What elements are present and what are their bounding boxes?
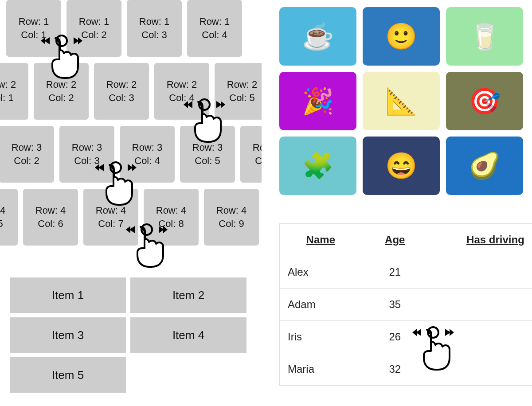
cell-row-label: Row: 4	[216, 204, 246, 217]
data-table-scroll[interactable]: Name Age Has driving Alex21NOAdam35YESIr…	[279, 223, 532, 386]
grid-cell[interactable]: Row: 3Col: 2	[0, 126, 54, 183]
grid-cell[interactable]: Row: 3Col: 6	[240, 126, 262, 183]
grid-cell[interactable]: Row: 4Col: 9	[204, 189, 259, 246]
cell-col-label: Col: 3	[109, 91, 134, 105]
grid-cell[interactable]: Row: 2Col: 1	[0, 63, 28, 120]
table-row: Maria32NO	[280, 353, 532, 386]
target-icon: 🎯	[469, 86, 501, 116]
table-row: Iris26NO	[280, 321, 532, 353]
cell-age: 26	[362, 321, 428, 353]
grid-cell[interactable]: Row: 2Col: 3	[94, 63, 149, 120]
cell-col-label: Col: 5	[0, 217, 3, 230]
emoji-tile-avocado[interactable]: 🥑	[446, 137, 523, 195]
emoji-tile-puzzle[interactable]: 🧩	[279, 137, 356, 195]
cell-name: Adam	[280, 289, 362, 321]
cell-age: 21	[362, 256, 428, 289]
grid-cell[interactable]: Row: 3Col: 3	[59, 126, 114, 183]
cell-col-label: Col: 5	[229, 91, 254, 105]
grid-row[interactable]: Row: 2Col: 1Row: 2Col: 2Row: 2Col: 3Row:…	[0, 63, 262, 120]
cell-col-label: Col: 1	[21, 28, 46, 42]
grid-cell[interactable]: Row: 4Col: 8	[144, 189, 199, 246]
list-item[interactable]: Item 2	[130, 277, 246, 313]
cell-row-label: Row: 1	[19, 15, 49, 28]
cell-col-label: Col: 7	[98, 217, 123, 230]
grid-cell[interactable]: Row: 1Col: 4	[187, 0, 242, 57]
cell-name: Alex	[280, 256, 362, 289]
left-pane: Row: 1Col: 1Row: 1Col: 2Row: 1Col: 3Row:…	[0, 0, 262, 406]
cell-row-label: Row: 4	[96, 204, 126, 217]
list-item[interactable]: Item 4	[130, 317, 246, 353]
cell-col-label: Col: 2	[14, 154, 39, 168]
cell-col-label: Col: 9	[219, 217, 244, 230]
grid-row[interactable]: Row: 1Col: 1Row: 1Col: 2Row: 1Col: 3Row:…	[6, 0, 242, 57]
th-driving[interactable]: Has driving	[428, 224, 532, 256]
cell-row-label: Row: 2	[167, 78, 197, 91]
cell-driving: NO	[428, 256, 532, 289]
cell-name: Iris	[280, 321, 362, 353]
emoji-tile-smile[interactable]: 🙂	[363, 7, 440, 66]
cell-row-label: Row: 1	[200, 15, 230, 28]
cell-col-label: Col: 2	[48, 91, 74, 105]
grid-row[interactable]: Row: 3Col: 2Row: 3Col: 3Row: 3Col: 4Row:…	[0, 126, 262, 183]
cell-age: 35	[362, 289, 428, 321]
grid-cell[interactable]: Row: 1Col: 3	[127, 0, 182, 57]
list-item[interactable]: Item 5	[10, 357, 126, 393]
grid-cell[interactable]: Row: 1Col: 1	[6, 0, 61, 57]
cell-row-label: Row: 2	[106, 78, 137, 91]
cell-col-label: Col: 4	[134, 154, 160, 168]
grid-cell[interactable]: Row: 4Col: 5	[0, 189, 18, 246]
scrollable-grid[interactable]: Row: 1Col: 1Row: 1Col: 2Row: 1Col: 3Row:…	[0, 0, 262, 248]
cell-col-label: Col: 4	[169, 91, 194, 105]
cell-row-label: Row: 2	[0, 78, 16, 91]
data-table: Name Age Has driving Alex21NOAdam35YESIr…	[279, 223, 532, 386]
list-item[interactable]: Item 3	[10, 317, 126, 353]
cell-row-label: Row: 1	[79, 15, 109, 28]
grid-cell[interactable]: Row: 3Col: 5	[180, 126, 235, 183]
coffee-icon: ☕	[302, 21, 334, 51]
right-pane: ☕🙂🥛🎉📐🎯🧩😄🥑 Name Age Has driving Alex21NOA…	[279, 0, 532, 406]
table-row: Alex21NO	[280, 256, 532, 289]
th-age[interactable]: Age	[362, 224, 428, 256]
cell-row-label: Row: 3	[192, 141, 223, 154]
cell-col-label: Col: 6	[255, 154, 262, 168]
item-list: Item 1Item 2Item 3Item 4Item 5	[10, 277, 249, 393]
list-item[interactable]: Item 1	[10, 277, 126, 313]
party-icon: 🎉	[302, 86, 334, 116]
emoji-tile-party[interactable]: 🎉	[279, 72, 356, 130]
cell-row-label: Row: 3	[72, 141, 102, 154]
cell-row-label: Row: 3	[253, 141, 262, 154]
grid-cell[interactable]: Row: 1Col: 2	[66, 0, 121, 57]
emoji-tile-coffee[interactable]: ☕	[279, 7, 356, 66]
grid-cell[interactable]: Row: 2Col: 2	[34, 63, 89, 120]
cell-row-label: Row: 2	[227, 78, 257, 91]
cell-col-label: Col: 1	[0, 91, 14, 105]
emoji-grid: ☕🙂🥛🎉📐🎯🧩😄🥑	[279, 7, 528, 195]
cell-name: Maria	[280, 353, 362, 386]
grid-cell[interactable]: Row: 3Col: 4	[120, 126, 175, 183]
avocado-icon: 🥑	[469, 151, 501, 181]
cell-driving: YES	[428, 289, 532, 321]
grid-cell[interactable]: Row: 2Col: 5	[215, 63, 262, 120]
cell-col-label: Col: 3	[74, 154, 99, 168]
emoji-tile-target[interactable]: 🎯	[446, 72, 523, 130]
cell-row-label: Row: 4	[0, 204, 5, 217]
cell-col-label: Col: 4	[202, 28, 227, 42]
grid-cell[interactable]: Row: 2Col: 4	[154, 63, 209, 120]
cell-col-label: Col: 8	[158, 217, 184, 230]
cell-col-label: Col: 2	[81, 28, 106, 42]
emoji-tile-milk[interactable]: 🥛	[446, 7, 523, 66]
grid-row[interactable]: Row: 4Col: 5Row: 4Col: 6Row: 4Col: 7Row:…	[0, 189, 259, 246]
grid-cell[interactable]: Row: 4Col: 6	[23, 189, 78, 246]
ruler-icon: 📐	[385, 86, 417, 116]
smile-icon: 🙂	[385, 21, 417, 51]
grid-cell[interactable]: Row: 4Col: 7	[83, 189, 138, 246]
emoji-tile-laugh[interactable]: 😄	[363, 137, 440, 195]
cell-row-label: Row: 3	[132, 141, 162, 154]
cell-driving: NO	[428, 321, 532, 353]
emoji-tile-ruler[interactable]: 📐	[363, 72, 440, 130]
puzzle-icon: 🧩	[302, 151, 334, 181]
th-name[interactable]: Name	[280, 224, 362, 256]
cell-col-label: Col: 3	[141, 28, 167, 42]
cell-col-label: Col: 5	[195, 154, 220, 168]
cell-driving: NO	[428, 353, 532, 386]
